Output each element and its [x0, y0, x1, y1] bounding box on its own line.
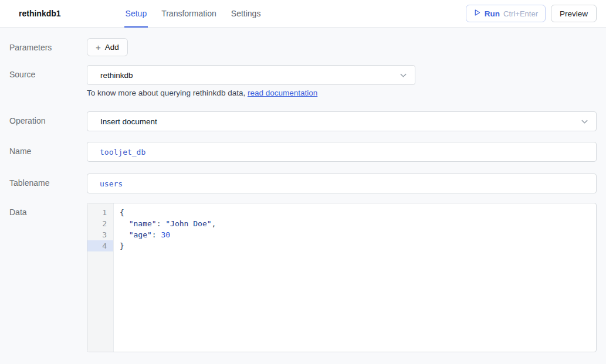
- source-select[interactable]: rethinkdb: [87, 65, 415, 85]
- source-helper-text: To know more about querying rethinkdb da…: [87, 89, 597, 97]
- code-line: "name": "John Doe",: [120, 218, 596, 229]
- data-row: Data 1234 { "name": "John Doe", "age": 3…: [9, 203, 597, 352]
- header-actions: Run Ctrl+Enter Preview: [466, 0, 597, 27]
- code-line: "age": 30: [120, 229, 596, 240]
- name-input[interactable]: [87, 142, 597, 162]
- operation-label: Operation: [9, 111, 87, 125]
- source-row: Source rethinkdb To know more about quer…: [9, 65, 597, 97]
- query-editor-panel: rethinkdb1 Setup Transformation Settings…: [0, 0, 606, 352]
- chevron-down-icon: [399, 71, 408, 80]
- tablename-label: Tablename: [9, 174, 87, 188]
- run-button[interactable]: Run Ctrl+Enter: [466, 5, 546, 22]
- chevron-down-icon: [580, 117, 589, 126]
- query-form: Parameters + Add Source rethinkdb To: [0, 28, 606, 352]
- code-line: }: [120, 240, 596, 251]
- plus-icon: +: [96, 43, 101, 52]
- operation-select[interactable]: Insert document: [87, 111, 597, 131]
- parameters-row: Parameters + Add: [9, 38, 597, 56]
- query-header: rethinkdb1 Setup Transformation Settings…: [0, 0, 606, 28]
- tablename-row: Tablename: [9, 174, 597, 193]
- tabs-nav: Setup Transformation Settings: [124, 0, 275, 27]
- play-icon: [473, 9, 481, 18]
- add-parameter-button[interactable]: + Add: [87, 38, 128, 56]
- tab-settings[interactable]: Settings: [230, 0, 262, 28]
- parameters-label: Parameters: [9, 38, 87, 52]
- preview-button[interactable]: Preview: [551, 5, 597, 22]
- run-label: Run: [485, 9, 500, 18]
- source-value: rethinkdb: [100, 71, 133, 80]
- line-number: 4: [87, 240, 113, 251]
- name-label: Name: [9, 142, 87, 156]
- line-number: 2: [87, 218, 113, 229]
- query-title: rethinkdb1: [19, 9, 61, 18]
- data-code-editor[interactable]: 1234 { "name": "John Doe", "age": 30}: [87, 203, 597, 352]
- source-label: Source: [9, 65, 87, 79]
- tab-transformation[interactable]: Transformation: [160, 0, 218, 28]
- line-number: 1: [87, 207, 113, 218]
- code-line: {: [120, 207, 596, 218]
- add-label: Add: [105, 43, 119, 52]
- operation-value: Insert document: [100, 117, 157, 126]
- data-label: Data: [9, 203, 87, 217]
- editor-gutter: 1234: [87, 203, 114, 352]
- run-shortcut: Ctrl+Enter: [503, 9, 538, 18]
- tab-setup[interactable]: Setup: [124, 0, 148, 28]
- documentation-link[interactable]: read documentation: [248, 89, 317, 97]
- operation-row: Operation Insert document: [9, 111, 597, 131]
- editor-code: { "name": "John Doe", "age": 30}: [114, 203, 596, 352]
- name-row: Name: [9, 142, 597, 162]
- helper-prefix: To know more about querying rethinkdb da…: [87, 89, 248, 97]
- line-number: 3: [87, 229, 113, 240]
- tablename-input[interactable]: [87, 174, 597, 193]
